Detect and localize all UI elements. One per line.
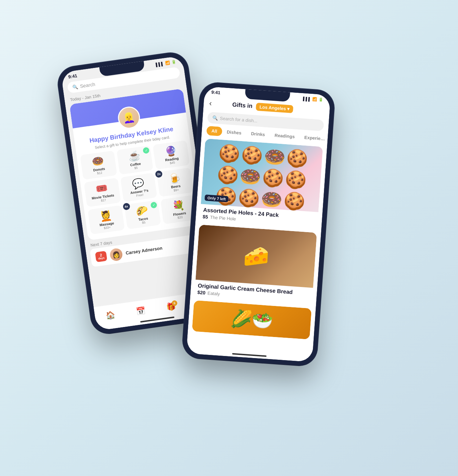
product-garlic-bread[interactable]: 🧀 Original Garlic Cream Cheese Bread $20…	[194, 225, 317, 304]
nav-gifts[interactable]: 🎁 6	[165, 301, 176, 312]
battery-icon-left: 🔋	[171, 60, 176, 65]
bread-price: $20	[197, 289, 205, 296]
reading-emoji: 🔮	[164, 145, 177, 158]
tacos-badge: 4x	[122, 202, 130, 210]
nav-home[interactable]: 🏠	[105, 310, 115, 321]
bread-vendor: Eataly	[207, 290, 220, 296]
search-placeholder-left: Search	[80, 81, 95, 89]
status-icons-right: ▌▌▌ 📶 🔋	[303, 96, 323, 102]
battery-icon-right: 🔋	[318, 97, 324, 102]
gift-beers[interactable]: 2x 🍺 Beers $9+	[156, 167, 194, 197]
tab-readings[interactable]: Readings	[269, 130, 299, 142]
coffee-price: $5	[134, 166, 138, 170]
coffee-emoji: ☕	[128, 149, 141, 162]
header-right-space	[314, 110, 324, 111]
days-badge: 2 days	[95, 251, 107, 262]
right-phone: 9:41 ▌▌▌ 📶 🔋 ‹ Gifts in Los Angeles ▾	[182, 82, 335, 366]
home-icon: 🏠	[105, 310, 115, 320]
tab-drinks[interactable]: Drinks	[246, 129, 270, 140]
flowers-emoji: 💐	[172, 199, 185, 212]
massage-emoji: 💆	[99, 209, 112, 222]
status-icons-left: ▌▌▌ 📶 🔋	[155, 60, 176, 67]
product-third[interactable]: 🌽🥗	[192, 300, 311, 340]
gifts-grid: 🍩 Donuts $12 ☕ Coffee $5 ✓	[76, 136, 201, 236]
only-left-badge: Only 7 left	[204, 195, 228, 202]
beers-badge: 2x	[155, 170, 163, 178]
location-badge[interactable]: Los Angeles ▾	[256, 102, 293, 113]
pie-holes-price: $5	[202, 214, 208, 220]
tacos-emoji: 🌮	[135, 204, 149, 217]
signal-icon-right: ▌▌▌	[303, 97, 311, 101]
tab-experiences[interactable]: Experie…	[299, 132, 328, 144]
nav-calendar[interactable]: 📅	[135, 306, 146, 317]
flowers-price: $20	[177, 215, 183, 219]
calendar-icon: 📅	[135, 306, 145, 316]
gift-reading[interactable]: 🔮 Reading $45	[153, 140, 190, 169]
search-icon-right: 🔍	[212, 115, 218, 121]
gift-massage[interactable]: 💆 Massage $33+	[88, 205, 125, 234]
coffee-check: ✓	[143, 147, 150, 154]
wifi-icon-left: 📶	[165, 60, 170, 66]
gift-answers[interactable]: 💬 Answer ?'s Free!	[120, 172, 157, 202]
gift-donuts[interactable]: 🍩 Donuts $12	[80, 150, 117, 180]
tacos-check: ✓	[150, 201, 157, 208]
right-phone-screen: 9:41 ▌▌▌ 📶 🔋 ‹ Gifts in Los Angeles ▾	[186, 86, 330, 362]
gift-tacos[interactable]: 4x 🌮 Tacos $5 ✓	[124, 200, 161, 229]
massage-price: $33+	[103, 225, 111, 230]
beers-price: $9+	[173, 188, 179, 192]
home-indicator-right	[232, 353, 266, 357]
movie-price: $17	[101, 198, 106, 202]
wifi-icon-right: 📶	[312, 97, 317, 102]
donut-price: $12	[96, 171, 102, 175]
time-right: 9:41	[211, 90, 220, 96]
movie-emoji: 🎟️	[95, 182, 108, 195]
beers-emoji: 🍺	[167, 172, 181, 185]
person-avatar: 👩	[109, 247, 123, 261]
gift-movie[interactable]: 🎟️ Movie Tickets $17	[84, 178, 121, 207]
tab-all[interactable]: All	[206, 126, 222, 136]
birthday-card: 👱‍♀️ Happy Birthday Kelsey Kline Select …	[69, 89, 202, 240]
back-button[interactable]: ‹	[209, 99, 212, 108]
search-placeholder-right: Search for a dish...	[220, 116, 257, 123]
tab-dishes[interactable]: Dishes	[222, 127, 246, 138]
donut-emoji: 🍩	[91, 155, 104, 168]
gift-coffee[interactable]: ☕ Coffee $5 ✓	[116, 145, 153, 175]
signal-icon-left: ▌▌▌	[155, 61, 164, 67]
time-left: 9:41	[68, 73, 78, 79]
pie-holes-vendor: The Pie Hole	[210, 215, 236, 221]
person-name: Carsey Adnerson	[125, 241, 190, 256]
answers-emoji: 💬	[131, 177, 145, 190]
tacos-price: $5	[142, 220, 145, 224]
answers-price: Free!	[136, 193, 143, 197]
reading-price: $45	[170, 160, 175, 165]
product-pie-holes[interactable]: 🍪🍪🍩🍪 🍪🍩🍪🍪 🍪🍪🍩🍪 Only 7 left Assorted Pie …	[200, 139, 323, 229]
avatar: 👱‍♀️	[116, 105, 141, 130]
search-icon-left: 🔍	[72, 84, 78, 90]
